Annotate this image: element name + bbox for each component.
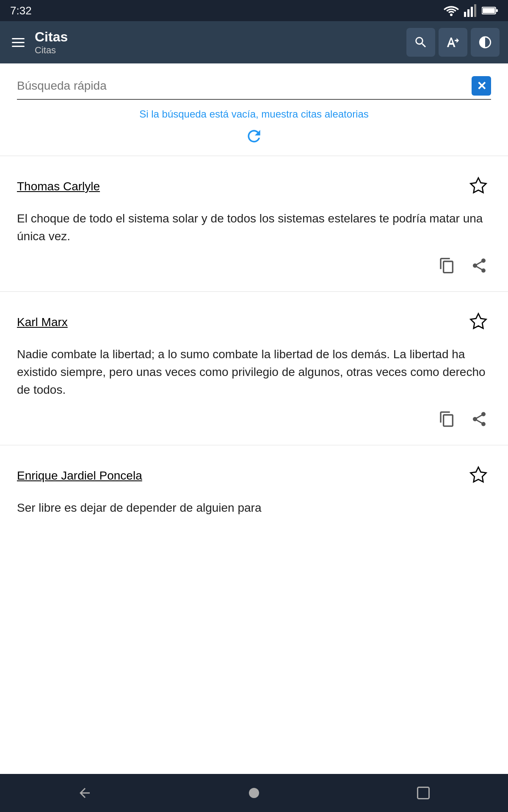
toolbar-title: Citas Citas (35, 29, 400, 56)
quote-card-1: Thomas Carlyle El choque de todo el sist… (0, 156, 508, 292)
status-icons (444, 4, 498, 17)
search-input-row: ✕ (17, 76, 491, 100)
star-button-2[interactable] (466, 309, 491, 335)
wifi-icon (444, 5, 459, 16)
back-button[interactable] (60, 780, 109, 806)
hamburger-button[interactable] (8, 35, 28, 50)
contrast-button[interactable] (471, 28, 500, 57)
quote-header-2: Karl Marx (17, 309, 491, 335)
copy-button-2[interactable] (435, 407, 459, 432)
star-icon-3 (469, 466, 488, 484)
quotes-list: Thomas Carlyle El choque de todo el sist… (0, 156, 508, 774)
share-icon-1 (471, 257, 488, 274)
search-hint: Si la búsqueda está vacía, muestra citas… (17, 108, 491, 120)
contrast-icon (478, 35, 492, 49)
quote-actions-2 (17, 407, 491, 432)
quote-card-2: Karl Marx Nadie combate la libertad; a l… (0, 292, 508, 445)
text-size-icon (446, 35, 460, 49)
star-button-3[interactable] (466, 462, 491, 489)
svg-point-11 (249, 788, 259, 798)
recents-button[interactable] (399, 780, 448, 806)
quote-header-1: Thomas Carlyle (17, 173, 491, 200)
quote-author-1[interactable]: Thomas Carlyle (17, 180, 100, 193)
share-button-2[interactable] (467, 407, 491, 432)
quote-text-1: El choque de todo el sistema solar y de … (17, 210, 491, 245)
battery-icon (482, 6, 498, 15)
svg-point-0 (450, 14, 453, 16)
text-size-button[interactable] (439, 28, 467, 57)
back-icon (77, 785, 92, 801)
quote-text-3: Ser libre es dejar de depender de alguie… (17, 499, 491, 517)
quote-actions-1 (17, 254, 491, 279)
navigation-bar (0, 774, 508, 812)
svg-rect-6 (483, 8, 495, 13)
quote-author-2[interactable]: Karl Marx (17, 315, 68, 329)
app-subtitle: Citas (35, 45, 400, 56)
search-button[interactable] (406, 28, 435, 57)
home-button[interactable] (229, 780, 279, 806)
star-button-1[interactable] (466, 173, 491, 200)
svg-rect-1 (464, 12, 466, 17)
copy-icon-2 (439, 411, 456, 428)
svg-rect-4 (474, 4, 476, 17)
status-bar: 7:32 (0, 0, 508, 21)
quote-text-2: Nadie combate la libertad; a lo sumo com… (17, 346, 491, 399)
refresh-area (17, 127, 491, 147)
svg-rect-3 (471, 7, 473, 17)
svg-rect-7 (496, 9, 498, 12)
quote-header-3: Enrique Jardiel Poncela (17, 462, 491, 489)
svg-marker-9 (471, 314, 486, 329)
app-title: Citas (35, 29, 400, 45)
search-input[interactable] (17, 79, 472, 93)
copy-icon-1 (439, 257, 456, 274)
home-icon (246, 785, 262, 801)
svg-marker-8 (471, 178, 486, 193)
status-time: 7:32 (10, 4, 32, 17)
quote-author-3[interactable]: Enrique Jardiel Poncela (17, 469, 142, 483)
svg-rect-12 (418, 787, 429, 799)
toolbar: Citas Citas (0, 21, 508, 63)
svg-marker-10 (471, 467, 486, 482)
search-clear-button[interactable]: ✕ (472, 76, 491, 96)
signal-icon (464, 4, 477, 17)
svg-rect-2 (467, 9, 469, 17)
search-icon (414, 35, 428, 49)
toolbar-actions (406, 28, 500, 57)
star-icon-1 (469, 176, 488, 195)
star-icon-2 (469, 312, 488, 331)
copy-button-1[interactable] (435, 254, 459, 279)
share-button-1[interactable] (467, 254, 491, 279)
quote-card-3: Enrique Jardiel Poncela Ser libre es dej… (0, 445, 508, 538)
refresh-icon[interactable] (245, 127, 263, 145)
search-area: ✕ Si la búsqueda está vacía, muestra cit… (0, 63, 508, 156)
share-icon-2 (471, 411, 488, 428)
recents-icon (416, 785, 431, 801)
